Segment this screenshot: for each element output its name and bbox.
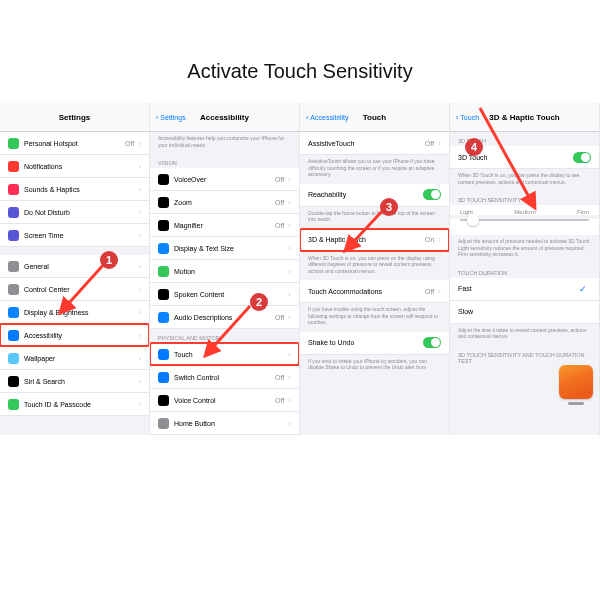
settings-row-sounds-haptics[interactable]: Sounds & Haptics›	[0, 178, 149, 201]
settings-row-display-brightness[interactable]: Display & Brightness›	[0, 301, 149, 324]
chevron-icon: ›	[138, 208, 141, 217]
row-icon	[158, 395, 169, 406]
footer-text: AssistiveTouch allows you to use your iP…	[300, 155, 449, 184]
vision-row-zoom[interactable]: ZoomOff›	[150, 191, 299, 214]
step-badge-3: 3	[380, 198, 398, 216]
settings-row-accessibility[interactable]: Accessibility›	[0, 324, 149, 347]
row-icon	[8, 376, 19, 387]
motor-row-voice-control[interactable]: Voice ControlOff›	[150, 389, 299, 412]
row-icon	[8, 330, 19, 341]
row-label: Home Button	[174, 420, 288, 427]
touch-row-3d-haptic-touch[interactable]: 3D & Haptic TouchOn›	[300, 229, 449, 252]
panel-accessibility: ‹ Settings Accessibility Accessibility f…	[150, 103, 300, 435]
panel2-intro: Accessibility features help you customiz…	[150, 132, 299, 154]
row-icon	[158, 312, 169, 323]
touch-row-shake-to-undo[interactable]: Shake to Undo	[300, 332, 449, 355]
row-icon	[8, 207, 19, 218]
settings-row-wallpaper[interactable]: Wallpaper›	[0, 347, 149, 370]
footer-text: If you tend to shake your iPhone by acci…	[300, 355, 449, 377]
back-to-touch[interactable]: ‹ Touch	[456, 114, 479, 121]
settings-row-do-not-disturb[interactable]: Do Not Disturb›	[0, 201, 149, 224]
test-image[interactable]	[559, 365, 593, 399]
touch-row-assistivetouch[interactable]: AssistiveTouchOff›	[300, 132, 449, 155]
settings-row-general[interactable]: General›	[0, 255, 149, 278]
row-value: Off	[275, 199, 284, 206]
duration-row-fast[interactable]: Fast✓	[450, 278, 599, 301]
section-motor: PHYSICAL AND MOTOR	[150, 329, 299, 343]
chevron-icon: ›	[288, 419, 291, 428]
row-icon	[8, 307, 19, 318]
step-badge-2: 2	[250, 293, 268, 311]
sensitivity-slider[interactable]	[460, 219, 589, 221]
chevron-icon: ›	[138, 331, 141, 340]
chevron-icon: ›	[138, 354, 141, 363]
panel-settings: Settings Personal HotspotOff›Notificatio…	[0, 103, 150, 435]
back-to-accessibility[interactable]: ‹ Accessibility	[306, 114, 348, 121]
page-title: Activate Touch Sensitivity	[0, 60, 600, 83]
vision-row-audio-descriptions[interactable]: Audio DescriptionsOff›	[150, 306, 299, 329]
settings-row-notifications[interactable]: Notifications›	[0, 155, 149, 178]
row-label: Spoken Content	[174, 291, 288, 298]
row-value: Off	[275, 397, 284, 404]
row-label: Touch Accommodations	[308, 288, 425, 295]
panel1-title: Settings	[0, 113, 149, 122]
chevron-icon: ›	[288, 221, 291, 230]
row-label: Wallpaper	[24, 355, 138, 362]
row-value: Off	[425, 288, 434, 295]
motor-row-switch-control[interactable]: Switch ControlOff›	[150, 366, 299, 389]
chevron-icon: ›	[138, 139, 141, 148]
touch-row-reachability[interactable]: Reachability	[300, 184, 449, 207]
row-icon	[8, 399, 19, 410]
chevron-icon: ›	[438, 235, 441, 244]
vision-row-display-text-size[interactable]: Display & Text Size›	[150, 237, 299, 260]
toggle[interactable]	[423, 189, 441, 200]
row-label: Screen Time	[24, 232, 138, 239]
row-icon	[158, 349, 169, 360]
chevron-icon: ›	[138, 377, 141, 386]
chevron-icon: ›	[288, 313, 291, 322]
row-label: Do Not Disturb	[24, 209, 138, 216]
chevron-icon: ›	[288, 290, 291, 299]
panels-container: Settings Personal HotspotOff›Notificatio…	[0, 103, 600, 435]
motor-row-touch[interactable]: Touch›	[150, 343, 299, 366]
row-value: Off	[275, 374, 284, 381]
row-value: Off	[125, 140, 134, 147]
vision-row-motion[interactable]: Motion›	[150, 260, 299, 283]
back-to-settings[interactable]: ‹ Settings	[156, 114, 186, 121]
settings-row-siri-search[interactable]: Siri & Search›	[0, 370, 149, 393]
vision-row-voiceover[interactable]: VoiceOverOff›	[150, 168, 299, 191]
row-label: Accessibility	[24, 332, 138, 339]
row-value: Off	[425, 140, 434, 147]
chevron-icon: ›	[438, 287, 441, 296]
chevron-icon: ›	[438, 139, 441, 148]
row-label: 3D & Haptic Touch	[308, 236, 425, 243]
row-icon	[8, 161, 19, 172]
settings-row-control-center[interactable]: Control Center›	[0, 278, 149, 301]
settings-row-touch-id-passcode[interactable]: Touch ID & Passcode›	[0, 393, 149, 416]
row-label: Reachability	[308, 191, 423, 198]
vision-row-magnifier[interactable]: MagnifierOff›	[150, 214, 299, 237]
chevron-icon: ›	[138, 262, 141, 271]
row-label: Audio Descriptions	[174, 314, 275, 321]
chevron-icon: ›	[288, 396, 291, 405]
row-icon	[8, 353, 19, 364]
section-vision: VISION	[150, 154, 299, 168]
toggle-3dtouch[interactable]	[573, 152, 591, 163]
row-label: Touch	[174, 351, 288, 358]
step-badge-4: 4	[465, 138, 483, 156]
panel1-header: Settings	[0, 103, 149, 132]
motor-row-home-button[interactable]: Home Button›	[150, 412, 299, 435]
chevron-icon: ›	[138, 400, 141, 409]
settings-row-personal-hotspot[interactable]: Personal HotspotOff›	[0, 132, 149, 155]
footer-text: When 3D Touch is on, you can press on th…	[300, 252, 449, 281]
row-value: Off	[275, 176, 284, 183]
row-label: Notifications	[24, 163, 138, 170]
duration-row-slow[interactable]: Slow	[450, 301, 599, 324]
settings-row-screen-time[interactable]: Screen Time›	[0, 224, 149, 247]
section-test: 3D TOUCH SENSITIVITY AND TOUCH DURATION …	[450, 346, 599, 366]
section-sensitivity: 3D TOUCH SENSITIVITY	[450, 191, 599, 205]
panel4-header: ‹ Touch 3D & Haptic Touch	[450, 103, 599, 132]
toggle[interactable]	[423, 337, 441, 348]
touch-row-touch-accommodations[interactable]: Touch AccommodationsOff›	[300, 280, 449, 303]
vision-row-spoken-content[interactable]: Spoken Content›	[150, 283, 299, 306]
